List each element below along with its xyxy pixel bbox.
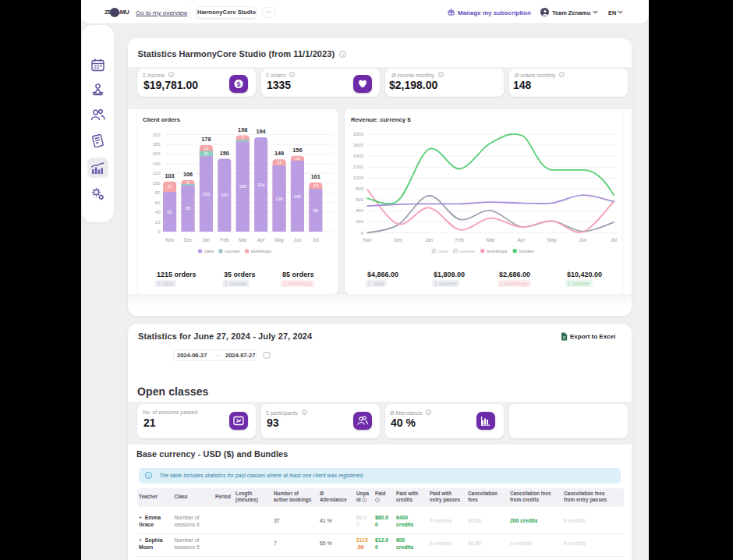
svg-text:Apr: Apr (518, 237, 526, 243)
svg-text:20: 20 (155, 220, 161, 225)
svg-text:88: 88 (313, 208, 318, 213)
svg-text:60: 60 (155, 200, 161, 205)
svg-text:Jul: Jul (313, 237, 319, 243)
svg-text:10: 10 (295, 156, 299, 161)
svg-text:Feb: Feb (220, 237, 228, 243)
svg-text:9: 9 (242, 135, 244, 140)
svg-text:600: 600 (356, 197, 364, 202)
svg-text:Apr: Apr (257, 237, 265, 243)
svg-text:courses: courses (460, 249, 476, 253)
svg-text:Nov: Nov (363, 237, 372, 243)
svg-text:Jan: Jan (425, 237, 434, 243)
svg-text:155: 155 (203, 192, 210, 197)
svg-text:149: 149 (274, 150, 284, 157)
svg-text:160: 160 (152, 151, 161, 156)
svg-text:120: 120 (152, 171, 161, 175)
svg-text:13: 13 (277, 160, 282, 165)
svg-text:80: 80 (155, 190, 161, 195)
svg-text:May: May (547, 237, 558, 243)
svg-text:13: 13 (313, 183, 318, 188)
svg-text:1000: 1000 (353, 175, 364, 180)
svg-text:1200: 1200 (353, 165, 364, 169)
svg-text:workshops: workshops (250, 249, 272, 253)
svg-text:Nov: Nov (165, 237, 175, 243)
svg-text:Dec: Dec (183, 237, 192, 243)
svg-text:Mar: Mar (239, 237, 247, 243)
svg-text:1400: 1400 (353, 154, 364, 158)
svg-text:Jun: Jun (579, 237, 587, 243)
svg-text:11: 11 (204, 151, 208, 156)
svg-text:198: 198 (238, 126, 247, 133)
svg-text:8: 8 (186, 180, 189, 185)
svg-text:194: 194 (257, 128, 267, 135)
svg-text:103: 103 (165, 172, 175, 179)
svg-text:class: class (438, 249, 448, 253)
svg-text:1800: 1800 (353, 132, 364, 136)
svg-text:185: 185 (239, 184, 246, 189)
svg-text:800: 800 (356, 186, 364, 191)
svg-text:bundles: bundles (519, 249, 535, 253)
svg-text:40: 40 (155, 210, 161, 214)
svg-text:Mar: Mar (487, 237, 495, 243)
svg-text:194: 194 (257, 183, 264, 187)
svg-text:Jun: Jun (293, 237, 302, 243)
svg-text:Feb: Feb (455, 237, 464, 243)
svg-text:12: 12 (204, 146, 208, 151)
svg-text:150: 150 (221, 193, 228, 197)
svg-text:Jan: Jan (202, 237, 211, 243)
svg-text:180: 180 (152, 142, 161, 147)
svg-text:class: class (204, 249, 214, 253)
svg-text:400: 400 (356, 208, 364, 213)
svg-text:200: 200 (356, 219, 364, 224)
svg-text:Jul: Jul (611, 237, 617, 243)
svg-text:146: 146 (294, 194, 301, 199)
svg-text:May: May (274, 237, 285, 243)
svg-text:Dec: Dec (394, 237, 402, 243)
svg-text:178: 178 (201, 136, 211, 143)
svg-text:21: 21 (167, 184, 172, 189)
svg-text:136: 136 (275, 197, 282, 201)
svg-text:156: 156 (292, 147, 302, 154)
svg-text:106: 106 (183, 171, 193, 178)
svg-text:1600: 1600 (353, 143, 364, 147)
svg-text:$: $ (236, 80, 240, 88)
svg-text:140: 140 (152, 161, 161, 166)
svg-text:82: 82 (167, 210, 172, 214)
svg-text:100: 100 (152, 181, 161, 186)
svg-text:0: 0 (158, 229, 161, 234)
svg-text:workshops: workshops (486, 249, 508, 253)
svg-text:200: 200 (152, 133, 161, 137)
svg-text:95: 95 (186, 206, 190, 211)
svg-text:courses: courses (225, 249, 240, 253)
svg-text:0: 0 (361, 231, 364, 236)
svg-text:150: 150 (220, 150, 229, 157)
svg-text:101: 101 (311, 173, 320, 180)
